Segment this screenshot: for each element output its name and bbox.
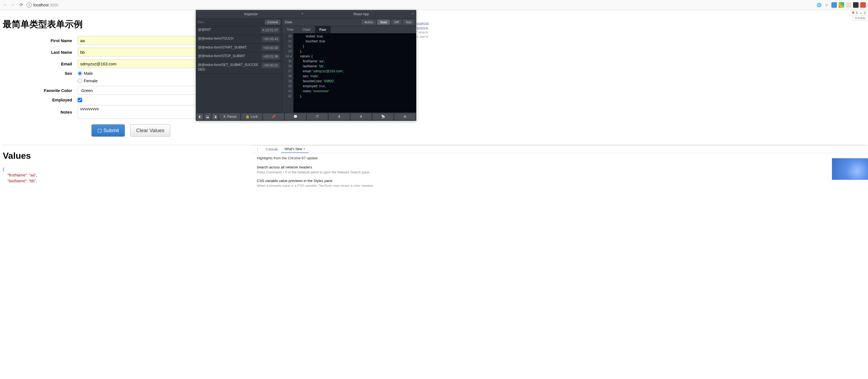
pause-button[interactable]: ⏸ Pause — [219, 113, 240, 120]
forward-button[interactable]: → — [9, 2, 16, 8]
mode-action[interactable]: Action — [362, 20, 376, 25]
feature-image — [832, 158, 868, 180]
action-row[interactable]: @@redux-form/TOUCH+00:05.43 — [196, 35, 282, 44]
sex-female-radio[interactable] — [78, 79, 82, 83]
feature-desc: When a property value is a CSS variable,… — [257, 184, 864, 187]
mode-diff[interactable]: Diff — [391, 20, 401, 25]
label-male: Male — [84, 71, 93, 76]
feature-heading: Search across all network headers — [257, 165, 864, 169]
translate-icon[interactable]: 🌐 — [816, 2, 822, 8]
side-console: ocalhost/ arning.js * prop-ty e, see ht — [416, 21, 436, 39]
browser-toolbar: ← → ⟳ i localhost:3000 🌐 ☆ — [0, 0, 868, 10]
timer-icon[interactable]: ⏱ — [307, 113, 328, 120]
clear-values-button[interactable]: Clear Values — [130, 125, 170, 137]
lock-button[interactable]: 🔒 Lock — [241, 113, 262, 120]
filter-input[interactable] — [197, 20, 265, 24]
layout-bottom-icon[interactable]: ⬓ — [204, 113, 211, 120]
state-code: 3031323334 ▾3536373839404142 visited: tr… — [282, 33, 416, 112]
layout-left-icon[interactable]: ◧ — [197, 113, 203, 120]
state-label: State — [284, 20, 292, 24]
settings-icon[interactable]: ⚙ — [394, 113, 415, 120]
mode-state[interactable]: State — [377, 20, 390, 25]
address-bar[interactable]: i localhost:3000 — [27, 2, 816, 7]
label-sex: Sex — [3, 71, 78, 76]
action-row[interactable]: @@redux-form/START_SUBMIT+00:00.00 — [196, 44, 282, 53]
redux-devtools: Inspector▼ React App▼ Commit @@INIT4:18:… — [196, 10, 416, 121]
label-female: Female — [84, 78, 98, 83]
layout-right-icon[interactable]: ◨ — [212, 113, 218, 120]
devtools-drawer: ⋮ Console What's New× Highlights from th… — [253, 145, 868, 187]
close-icon[interactable]: × — [303, 147, 305, 151]
action-list: @@INIT4:18:51.07 @@redux-form/TOUCH+00:0… — [196, 26, 282, 112]
action-row[interactable]: @@redux-form/STOP_SUBMIT+00:01.98 — [196, 53, 282, 61]
url-port: :3000 — [49, 3, 58, 7]
tab-react-app[interactable]: React App▼ — [306, 10, 416, 19]
upload-icon[interactable]: ⬆ — [329, 113, 350, 120]
commit-button[interactable]: Commit — [265, 20, 280, 25]
tab-inspector[interactable]: Inspector▼ — [196, 10, 306, 19]
extension-icon-1[interactable] — [831, 2, 837, 8]
drawer-tab-whats-new[interactable]: What's New× — [281, 145, 309, 153]
info-icon: i — [27, 2, 32, 7]
submit-button[interactable]: ▢ Submit — [92, 125, 125, 137]
url-host: localhost — [33, 3, 49, 7]
extension-icon-4[interactable] — [853, 2, 859, 8]
feature-desc: Press Command + F in the Network panel t… — [257, 170, 864, 174]
drawer-more-icon[interactable]: ⋮ — [253, 147, 262, 151]
label-last-name: Last Name — [3, 50, 78, 55]
label-employed: Employed — [3, 98, 78, 102]
bookmark-star-icon[interactable]: ☆ — [824, 2, 830, 8]
subtab-chart[interactable]: Chart — [298, 26, 315, 33]
sex-male-radio[interactable] — [78, 71, 82, 76]
action-row[interactable]: @@redux-form/SET_SUBMIT_SUCCEEDED+00:00.… — [196, 61, 282, 74]
mode-test[interactable]: Test — [403, 20, 414, 25]
extension-icon-5[interactable] — [860, 2, 866, 8]
pin-icon[interactable]: 📌 — [263, 113, 284, 120]
label-notes: Notes — [3, 110, 78, 114]
drawer-tab-console[interactable]: Console — [262, 145, 281, 153]
subtab-raw[interactable]: Raw — [315, 26, 331, 33]
label-first-name: First Name — [3, 38, 78, 43]
label-favorite-color: Favorite Color — [3, 88, 78, 93]
chat-icon[interactable]: 💬 — [285, 113, 306, 120]
download-icon[interactable]: ⬇ — [350, 113, 372, 120]
extension-icon-3[interactable] — [846, 2, 851, 8]
remote-icon[interactable]: 📡 — [372, 113, 394, 120]
highlights-title: Highlights from the Chrome 67 update — [257, 156, 864, 160]
reload-button[interactable]: ⟳ — [18, 2, 24, 7]
action-row[interactable]: @@INIT4:18:51.07 — [196, 26, 282, 35]
feature-heading: CSS variable value previews in the Style… — [257, 179, 864, 183]
chevron-down-icon: ▼ — [411, 12, 414, 15]
employed-checkbox[interactable] — [78, 98, 82, 102]
subtab-tree[interactable]: Tree — [282, 26, 298, 33]
label-email: Email — [3, 62, 78, 66]
extension-icon-2[interactable] — [839, 2, 844, 8]
back-button[interactable]: ← — [2, 2, 9, 8]
chevron-down-icon: ▼ — [301, 12, 304, 15]
